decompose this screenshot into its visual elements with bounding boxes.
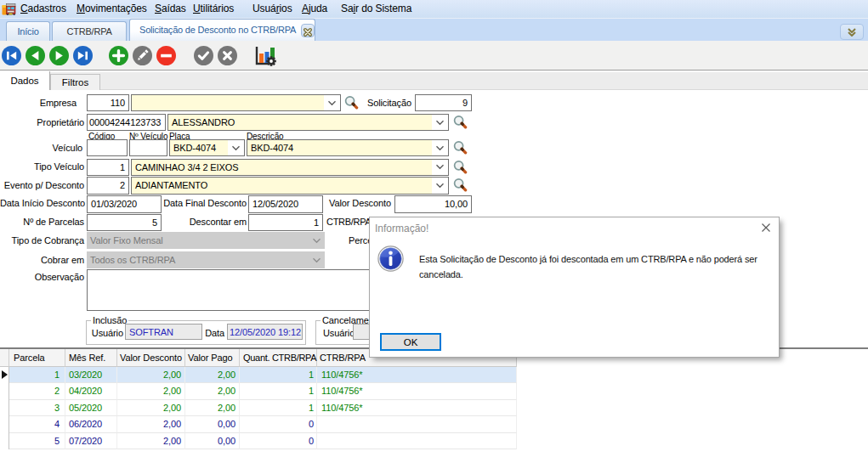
prior-record-button[interactable]	[26, 46, 45, 65]
grid-cell[interactable]	[317, 416, 517, 433]
grid-cell[interactable]: 2,00	[185, 400, 240, 417]
tab-close-icon[interactable]	[301, 24, 315, 37]
inclusao-title: Inclusão	[91, 315, 128, 325]
tab-list-chevron-button[interactable]	[840, 24, 864, 40]
tab-dados[interactable]: Dados	[0, 71, 50, 91]
grid-cell[interactable]: 110/4756*	[317, 400, 517, 417]
combo-arrow-icon[interactable]	[228, 140, 244, 155]
grid-cell[interactable]: 110/4756*	[317, 367, 517, 384]
combo-arrow-icon[interactable]	[432, 178, 448, 194]
grid-cell[interactable]: 2,00	[117, 367, 185, 384]
last-record-button[interactable]	[73, 46, 93, 65]
grid-cell[interactable]: 0	[240, 416, 317, 433]
grid-cell[interactable]: 1	[9, 367, 65, 384]
empresa-combo[interactable]	[131, 94, 341, 111]
menu-ajuda[interactable]: Ajuda	[302, 0, 327, 19]
menu-label-part: Usuá	[252, 3, 276, 14]
insert-record-button[interactable]	[109, 46, 128, 65]
grid-cell[interactable]: 4	[9, 416, 65, 433]
grid-cell[interactable]: 07/2020	[65, 433, 117, 450]
grid-cell[interactable]: 2,00	[185, 383, 240, 400]
proprietario-combo[interactable]: ALESSANDRO	[167, 114, 449, 131]
grid-cell[interactable]: 2	[9, 383, 65, 400]
descontar-em-field[interactable]: 1	[248, 214, 323, 232]
tab-filtros[interactable]: Filtros	[50, 74, 100, 90]
cobrar-em-combo[interactable]: Todos os CTRB/RPA	[87, 251, 325, 268]
grid-cell[interactable]: 5	[9, 433, 65, 450]
grid-cell[interactable]: 1	[240, 383, 317, 400]
edit-record-button[interactable]	[133, 46, 152, 65]
veiculo-descricao-combo[interactable]: BKD-4074	[247, 139, 449, 156]
valor-desconto-field[interactable]: 10,00	[394, 195, 472, 213]
combo-arrow-icon[interactable]	[324, 95, 340, 110]
solicitacao-field[interactable]: 9	[415, 94, 472, 111]
menu-utilitarios[interactable]: Utilitários	[193, 0, 234, 19]
grid-cell[interactable]: 03/2020	[65, 367, 117, 384]
tab-ctrb-rpa[interactable]: CTRB/RPA	[52, 21, 127, 41]
chart-settings-button[interactable]	[253, 46, 277, 65]
evento-search-icon[interactable]	[452, 178, 468, 193]
pencil-icon	[133, 46, 152, 65]
grid-cell[interactable]: 2,00	[117, 416, 185, 433]
grid-col-mes-ref[interactable]: Mês Ref.	[65, 349, 117, 367]
info-icon	[377, 245, 404, 272]
grid-col-valor-desconto[interactable]: Valor Desconto	[117, 349, 185, 367]
tab-inicio[interactable]: Início	[6, 21, 50, 41]
menu-cadastros[interactable]: Cadastros	[20, 0, 66, 19]
tipo-cobranca-combo[interactable]: Valor Fixo Mensal	[87, 232, 325, 249]
tab-solicitacao-desconto[interactable]: Solicitação de Desconto no CTRB/RPA	[129, 19, 315, 41]
confirm-button[interactable]	[194, 46, 213, 65]
grid-cell[interactable]: 1	[240, 367, 317, 384]
evento-code-field[interactable]: 2	[87, 177, 129, 195]
grid-cell[interactable]: 3	[9, 400, 65, 417]
tipo-veiculo-code-field[interactable]: 1	[87, 159, 129, 177]
combo-arrow-icon[interactable]	[432, 115, 448, 130]
grid-cell[interactable]: 0	[240, 433, 317, 450]
grid-cell[interactable]: 1	[240, 400, 317, 417]
veiculo-search-icon[interactable]	[452, 140, 468, 155]
grid-cell[interactable]: 04/2020	[65, 383, 117, 400]
menu-sair-do-sistema[interactable]: Sair do Sistema	[341, 0, 411, 19]
inclusao-data-field[interactable]: 12/05/2020 19:12	[227, 324, 303, 340]
tab-solicitacao-label: Solicitação de Desconto no CTRB/RPA	[139, 25, 296, 35]
tipo-veiculo-combo[interactable]: CAMINHAO 3/4 2 EIXOS	[131, 159, 449, 177]
grid-cell[interactable]: 0,00	[185, 416, 240, 433]
delete-record-button[interactable]	[156, 46, 176, 65]
grid-cell[interactable]: 2,00	[185, 367, 240, 384]
combo-arrow-icon[interactable]	[432, 140, 448, 155]
grid-indicator-header	[0, 349, 9, 367]
proprietario-search-icon[interactable]	[452, 115, 468, 130]
veiculo-placa-combo[interactable]: BKD-4074	[169, 139, 245, 156]
grid-cell[interactable]	[317, 433, 517, 450]
skip-first-icon	[2, 46, 21, 65]
next-record-button[interactable]	[49, 46, 69, 65]
grid-col-valor-pago[interactable]: Valor Pago	[185, 349, 240, 367]
data-inicio-field[interactable]: 01/03/2020	[87, 195, 162, 213]
first-record-button[interactable]	[2, 46, 21, 65]
grid-cell[interactable]: 05/2020	[65, 400, 117, 417]
grid-col-parcela[interactable]: Parcela	[9, 349, 65, 367]
veiculo-nveiculo-field[interactable]	[129, 139, 167, 156]
grid-cell[interactable]: 110/4756*	[317, 383, 517, 400]
evento-combo[interactable]: ADIANTAMENTO	[131, 177, 449, 195]
grid-cell[interactable]: 0,00	[185, 433, 240, 450]
proprietario-code-field[interactable]: 00004244123733	[87, 114, 166, 131]
page-tab-strip: Dados Filtros	[0, 72, 868, 90]
veiculo-codigo-field[interactable]	[87, 139, 128, 156]
grid-cell[interactable]: 06/2020	[65, 416, 117, 433]
grid-cell[interactable]: 2,00	[117, 400, 185, 417]
menu-usuarios[interactable]: Usuários	[252, 0, 292, 19]
data-final-label: Data Final Desconto	[153, 198, 247, 208]
grid-cell[interactable]: 2,00	[117, 433, 185, 450]
tipo-veiculo-search-icon[interactable]	[452, 160, 468, 175]
grid-cell[interactable]: 2,00	[117, 383, 185, 400]
dialog-close-icon[interactable]	[761, 223, 771, 233]
empresa-code-field[interactable]: 110	[87, 94, 129, 111]
ok-button[interactable]: OK	[380, 333, 441, 351]
parcelas-field[interactable]: 5	[87, 214, 162, 232]
cancel-button[interactable]	[218, 46, 237, 65]
menu-saidas[interactable]: Saídas	[155, 0, 186, 19]
grid-col-quant[interactable]: Quant. CTRB/RPA	[240, 349, 317, 367]
menu-movimentacoes[interactable]: Movimentações	[77, 0, 147, 19]
combo-arrow-icon[interactable]	[432, 160, 448, 176]
